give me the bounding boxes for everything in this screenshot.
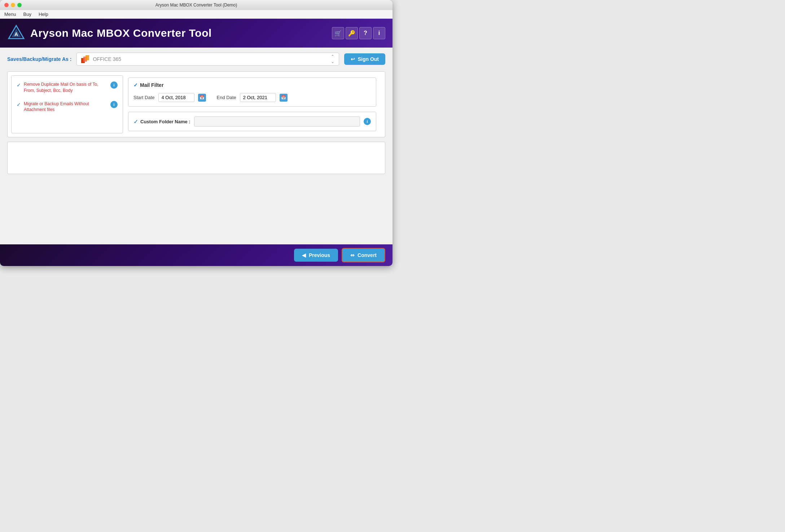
end-date-label: End Date [217,95,236,100]
header-logo: A Aryson Mac MBOX Converter Tool [7,24,212,42]
selected-format-label: OFFICE 365 [93,56,121,62]
format-dropdown[interactable]: OFFICE 365 ⌃⌄ [76,53,339,66]
sign-out-label: Sign Out [358,56,379,62]
bottom-bar: ◀ Previous ⇔ Convert [0,244,392,266]
dropdown-left: OFFICE 365 [81,55,121,63]
option-text-1: Remove Duplicate Mail On basis of To, Fr… [24,81,108,94]
custom-folder-left: ✓ Custom Folder Name : [133,118,190,125]
date-row: Start Date 📅 End Date 📅 [133,93,371,102]
check-icon-2: ✓ [17,102,21,107]
panels-area: ✓ Remove Duplicate Mail On basis of To, … [7,71,385,137]
right-panel: ✓ Mail Filter Start Date 📅 End Date 📅 [123,75,381,133]
previous-button[interactable]: ◀ Previous [294,249,338,262]
mail-filter-box: ✓ Mail Filter Start Date 📅 End Date 📅 [128,77,376,107]
app-title: Aryson Mac MBOX Converter Tool [30,27,212,39]
main-content: Saves/Backup/Migrate As : OFFICE 365 ⌃⌄ [0,48,392,244]
header-action-icons[interactable]: 🛒 🔑 ? i [332,27,385,39]
svg-rect-5 [85,55,89,60]
header-banner: A Aryson Mac MBOX Converter Tool 🛒 🔑 ? i [0,19,392,48]
custom-folder-name-label: Custom Folder Name : [140,119,190,124]
info-btn-custom-folder[interactable]: i [364,118,371,125]
mail-filter-label: Mail Filter [140,82,163,88]
start-date-input[interactable] [158,93,194,102]
previous-label: Previous [309,252,330,258]
option-left-1: ✓ Remove Duplicate Mail On basis of To, … [17,81,108,94]
save-as-row: Saves/Backup/Migrate As : OFFICE 365 ⌃⌄ [7,53,385,66]
custom-folder-box: ✓ Custom Folder Name : i [128,112,376,131]
close-button[interactable] [4,3,9,7]
sign-out-icon: ↩ [351,56,355,62]
convert-button[interactable]: ⇔ Convert [342,248,385,262]
option-duplicate-mail: ✓ Remove Duplicate Mail On basis of To, … [17,81,118,94]
left-panel: ✓ Remove Duplicate Mail On basis of To, … [11,75,123,133]
end-date-calendar-icon[interactable]: 📅 [280,94,288,102]
custom-folder-check: ✓ [133,118,138,125]
window-controls[interactable] [4,3,22,7]
maximize-button[interactable] [17,3,22,7]
option-no-attachment: ✓ Migrate or Backup Emails Without Attac… [17,101,118,113]
previous-icon: ◀ [302,252,306,258]
convert-label: Convert [358,252,377,258]
mail-filter-title: ✓ Mail Filter [133,82,371,88]
save-as-label: Saves/Backup/Migrate As : [7,56,71,62]
check-icon-1: ✓ [17,82,21,88]
convert-icon: ⇔ [350,252,355,258]
title-bar: Aryson Mac MBOX Converter Tool (Demo) [0,0,392,10]
option-text-2: Migrate or Backup Emails Without Attachm… [24,101,108,113]
office365-icon [81,55,89,63]
custom-folder-input[interactable] [194,116,360,127]
app-logo-icon: A [7,24,25,42]
mail-filter-check: ✓ [133,82,138,88]
help-icon[interactable]: ? [359,27,372,39]
menu-item-buy[interactable]: Buy [23,12,31,17]
menu-item-menu[interactable]: Menu [4,12,16,17]
menu-bar: Menu Buy Help [0,10,392,19]
log-area [7,142,385,174]
info-header-icon[interactable]: i [373,27,385,39]
option-left-2: ✓ Migrate or Backup Emails Without Attac… [17,101,108,113]
svg-text:A: A [14,31,18,37]
cart-icon[interactable]: 🛒 [332,27,344,39]
dropdown-arrow-icon: ⌃⌄ [331,54,334,64]
end-date-input[interactable] [240,93,276,102]
key-icon[interactable]: 🔑 [346,27,358,39]
minimize-button[interactable] [11,3,15,7]
menu-item-help[interactable]: Help [39,12,48,17]
sign-out-button[interactable]: ↩ Sign Out [344,53,385,65]
start-date-calendar-icon[interactable]: 📅 [198,94,206,102]
info-btn-2[interactable]: i [110,101,118,108]
window-title: Aryson Mac MBOX Converter Tool (Demo) [155,3,237,8]
start-date-label: Start Date [133,95,155,100]
info-btn-1[interactable]: i [110,81,118,89]
